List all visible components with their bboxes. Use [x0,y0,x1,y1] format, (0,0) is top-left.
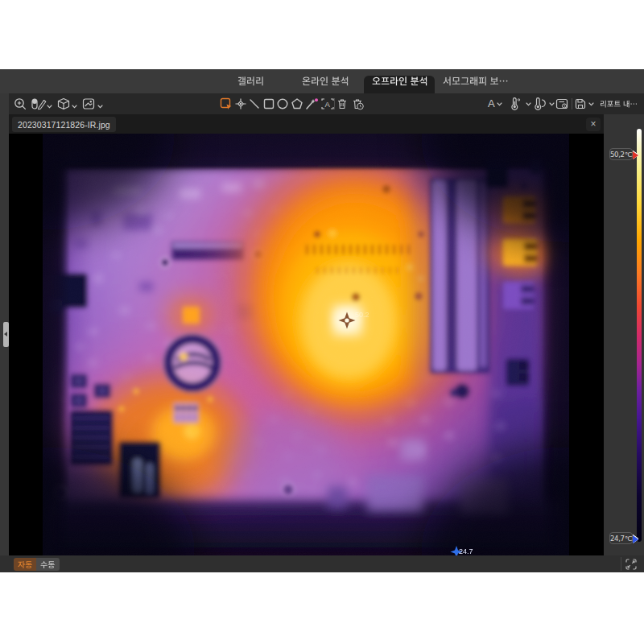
file-tab-bar: 20230317121826-IR.jpg × [9,114,604,134]
report-label: 리포트 내… [600,99,638,109]
auto-range-button[interactable]: 자동 [14,558,36,571]
thermal-image[interactable]: 50.2 24.7 [43,134,569,555]
image-viewport: 50.2 24.7 [9,134,604,555]
select-rect-tool-icon[interactable] [220,95,233,113]
tab-offline-analysis[interactable]: 오프라인 분석 [372,69,428,93]
file-tab-label: 20230317121826-IR.jpg [18,120,110,130]
chevron-down-icon [497,102,502,106]
save-icon[interactable] [574,95,587,113]
chevron-down-icon [549,102,555,106]
file-tab-close-button[interactable]: × [586,118,601,131]
image-mode-icon[interactable] [82,95,103,113]
rectangle-tool-icon[interactable] [262,95,275,113]
save-parameters-icon[interactable] [555,95,569,113]
bottom-bar: 자동 수동 [0,555,644,572]
auto-label: 자동 [18,559,32,570]
text-style-label: A [488,93,495,114]
report-button[interactable]: 리포트 내… [600,93,638,114]
ellipse-tool-icon[interactable] [276,95,289,113]
manual-range-button[interactable]: 수동 [36,558,59,571]
tab-thermography-report[interactable]: 서모그래피 보… [443,69,509,93]
tab-online-label: 온라인 분석 [302,75,349,88]
scale-max-marker[interactable] [633,151,638,159]
toolbar-divider [334,98,335,109]
file-tab[interactable]: 20230317121826-IR.jpg [12,117,116,132]
svg-text:A: A [324,100,330,109]
scale-max-label[interactable]: 50,2℃ [609,148,633,160]
tab-gallery[interactable]: 갤러리 [237,69,264,93]
fullscreen-icon[interactable] [625,559,637,570]
scale-min-label[interactable]: 24,7℃ [609,532,633,544]
range-mode-toggle: 자동 수동 [14,558,60,571]
toolbar: A A 리포트 내… [9,93,644,114]
text-style-button[interactable]: A [488,93,502,114]
chevron-down-icon [526,102,531,106]
temperature-unit-icon[interactable] [508,95,524,113]
temperature-range-icon[interactable] [531,95,547,113]
spot-tool-icon[interactable] [234,95,247,113]
polygon-tool-icon[interactable] [291,95,303,113]
scale-min-marker[interactable] [633,535,638,543]
left-side-strip [0,93,9,555]
magic-wand-tool-icon[interactable] [304,95,319,113]
tab-offline-label: 오프라인 분석 [372,75,428,88]
chevron-down-icon [588,102,594,106]
tab-thermo-label: 서모그래피 보… [443,75,509,88]
scale-panel: 50,2℃ 24,7℃ [604,114,644,555]
svg-text:24.7: 24.7 [459,547,473,555]
cube-3d-icon[interactable] [57,95,77,113]
manual-label: 수동 [40,559,55,570]
text-annotation-tool-icon[interactable]: A [320,95,335,113]
tab-gallery-label: 갤러리 [237,75,264,88]
line-tool-icon[interactable] [248,95,261,113]
page-bottom-margin [0,572,644,644]
delete-all-icon[interactable] [351,95,364,113]
toolbar-divider [572,98,572,109]
zoom-in-icon[interactable] [14,95,27,113]
svg-text:50.2: 50.2 [355,311,369,319]
temperature-color-scale[interactable] [637,129,642,542]
palette-edit-icon[interactable] [31,95,52,113]
left-panel-collapse-handle[interactable] [3,322,9,347]
bottom-bar-divider [621,557,621,571]
tab-online-analysis[interactable]: 온라인 분석 [302,69,349,93]
main-tab-bar: 갤러리 온라인 분석 오프라인 분석 서모그래피 보… [0,69,644,93]
delete-icon[interactable] [336,95,349,113]
thermal-analysis-app: 갤러리 온라인 분석 오프라인 분석 서모그래피 보… A A 리포트 내… 2… [0,0,644,644]
page-top-margin [0,0,644,69]
